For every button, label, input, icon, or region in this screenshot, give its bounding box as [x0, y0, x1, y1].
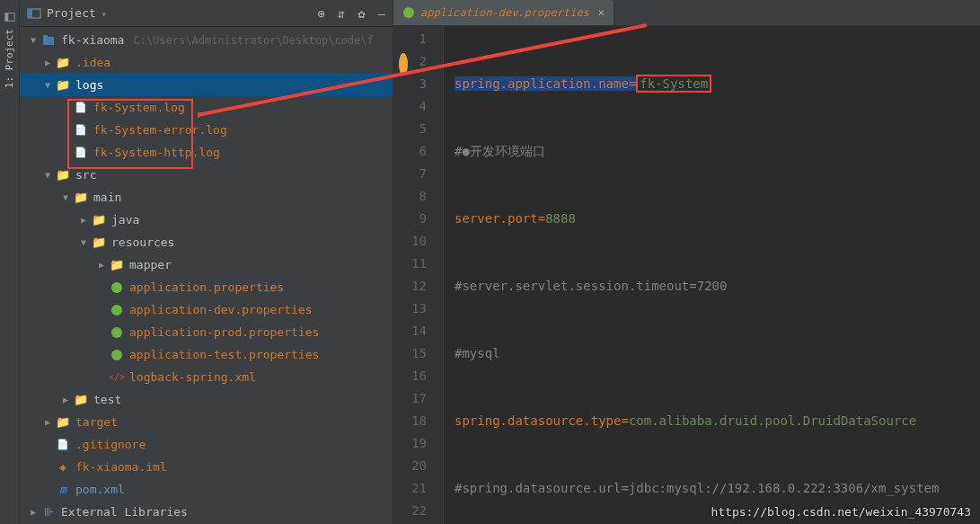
- library-icon: ⊪: [41, 505, 56, 520]
- tree-gitignore[interactable]: ▶📄 .gitignore: [20, 433, 393, 456]
- tree-pom[interactable]: ▶m pom.xml: [20, 478, 393, 501]
- folder-icon: 📁: [56, 168, 70, 182]
- tool-window-bar[interactable]: 1: Project: [0, 0, 20, 524]
- tree-logs[interactable]: ▼📁 logs: [20, 74, 393, 96]
- tree-log1[interactable]: ▶📄 fk-System.log: [20, 96, 393, 119]
- spring-props-icon: [110, 303, 124, 317]
- line-gutter: 12345678910111213141516171819202122: [393, 26, 444, 524]
- tree-iml[interactable]: ▶◈ fk-xiaoma.iml: [20, 456, 393, 478]
- tree-logback[interactable]: ▶</> logback-spring.xml: [20, 366, 393, 388]
- project-tree[interactable]: ▼ fk-xiaoma C:\Users\Administrator\Deskt…: [20, 27, 393, 524]
- spring-props-icon: [110, 348, 124, 362]
- tree-app-prod[interactable]: ▶ application-prod.properties: [20, 321, 393, 343]
- folder-icon: 📁: [110, 258, 124, 272]
- folder-icon: 📁: [56, 78, 70, 93]
- hide-icon[interactable]: —: [378, 6, 385, 21]
- svg-point-6: [111, 282, 122, 293]
- spring-props-icon: [402, 6, 415, 19]
- locate-icon[interactable]: ⊕: [317, 6, 324, 21]
- tree-app-props[interactable]: ▶ application.properties: [20, 276, 393, 298]
- code-editor[interactable]: 12345678910111213141516171819202122 spri…: [393, 26, 980, 524]
- watermark: https://blog.csdn.net/weixin_43970743: [711, 505, 971, 519]
- tree-app-test[interactable]: ▶ application-test.properties: [20, 343, 393, 366]
- svg-point-7: [111, 305, 122, 315]
- editor-tabs: application-dev.properties ×: [393, 0, 980, 26]
- svg-rect-5: [43, 35, 48, 38]
- folder-icon: 📁: [56, 56, 70, 70]
- collapse-icon[interactable]: ⇵: [338, 6, 345, 21]
- file-icon: 📄: [74, 101, 88, 115]
- tree-ext-lib[interactable]: ▶⊪ External Libraries: [20, 501, 393, 523]
- panel-title[interactable]: Project▾: [47, 6, 107, 20]
- svg-point-10: [403, 7, 414, 18]
- svg-rect-3: [28, 9, 32, 18]
- chevron-down-icon: ▾: [102, 9, 107, 19]
- tree-src[interactable]: ▼📁 src: [20, 164, 393, 186]
- target-folder-icon: 📁: [56, 415, 70, 430]
- file-icon: 📄: [74, 123, 88, 138]
- tree-app-dev[interactable]: ▶ application-dev.properties: [20, 298, 393, 321]
- svg-point-9: [111, 350, 122, 360]
- idea-file-icon: ◈: [56, 460, 70, 475]
- project-tool-label[interactable]: 1: Project: [4, 29, 15, 88]
- file-icon: 📄: [74, 146, 88, 160]
- code-area[interactable]: spring.application.name=fk-System #●开发环境…: [444, 26, 980, 524]
- tree-log3[interactable]: ▶📄 fk-System-http.log: [20, 141, 393, 164]
- tree-idea[interactable]: ▶📁 .idea: [20, 51, 393, 74]
- svg-rect-4: [43, 37, 54, 45]
- panel-header: Project▾ ⊕ ⇵ ✿ —: [20, 0, 393, 27]
- gutter-marker-icon: [399, 53, 408, 75]
- tree-java[interactable]: ▶📁 java: [20, 209, 393, 231]
- source-folder-icon: 📁: [92, 213, 106, 227]
- project-panel: Project▾ ⊕ ⇵ ✿ — ▼ fk-xiaoma C:\Users\Ad…: [20, 0, 393, 524]
- folder-icon: 📁: [74, 191, 88, 205]
- close-icon[interactable]: ×: [598, 6, 605, 19]
- gear-icon[interactable]: ✿: [358, 6, 365, 21]
- folder-icon: 📁: [74, 393, 88, 407]
- project-tool-icon: [4, 11, 16, 23]
- xml-icon: </>: [110, 370, 124, 385]
- module-icon: [41, 33, 56, 48]
- editor-panel: application-dev.properties × 12345678910…: [393, 0, 980, 524]
- tree-test[interactable]: ▶📁 test: [20, 388, 393, 411]
- spring-props-icon: [110, 325, 124, 340]
- file-icon: 📄: [56, 438, 70, 452]
- tree-target[interactable]: ▶📁 target: [20, 411, 393, 433]
- editor-tab[interactable]: application-dev.properties ×: [393, 0, 614, 25]
- spring-props-icon: [110, 280, 124, 295]
- tree-mapper[interactable]: ▶📁 mapper: [20, 253, 393, 276]
- resource-folder-icon: 📁: [92, 235, 106, 250]
- tree-resources[interactable]: ▼📁 resources: [20, 231, 393, 253]
- panel-tools: ⊕ ⇵ ✿ —: [317, 6, 385, 21]
- tree-main[interactable]: ▼📁 main: [20, 186, 393, 209]
- svg-point-8: [111, 327, 122, 338]
- maven-icon: m: [56, 483, 70, 497]
- tree-log2[interactable]: ▶📄 fk-System-error.log: [20, 119, 393, 141]
- svg-rect-1: [4, 13, 8, 22]
- project-icon: [27, 6, 41, 21]
- tree-root[interactable]: ▼ fk-xiaoma C:\Users\Administrator\Deskt…: [20, 29, 393, 51]
